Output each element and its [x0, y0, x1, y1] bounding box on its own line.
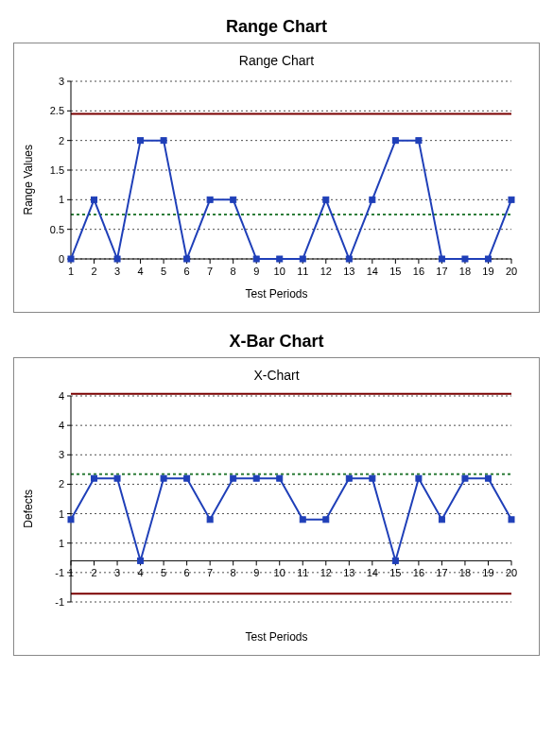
svg-rect-162 [253, 475, 259, 481]
svg-text:10: 10 [274, 266, 285, 277]
svg-text:18: 18 [459, 567, 471, 578]
svg-text:11: 11 [297, 266, 308, 277]
svg-rect-173 [509, 517, 514, 523]
svg-rect-155 [92, 475, 97, 481]
svg-text:1.5: 1.5 [50, 164, 64, 176]
svg-text:6: 6 [184, 266, 190, 277]
svg-text:12: 12 [320, 567, 332, 578]
svg-rect-67 [114, 256, 120, 262]
svg-text:1: 1 [59, 508, 64, 520]
svg-rect-76 [323, 197, 329, 202]
svg-text:0.5: 0.5 [50, 224, 64, 235]
svg-text:2: 2 [59, 135, 64, 146]
svg-text:5: 5 [161, 266, 166, 277]
svg-text:8: 8 [231, 567, 236, 578]
svg-text:4: 4 [59, 390, 64, 402]
range-chart-plot: 00.511.522.53123456789101112131415161718… [39, 76, 521, 284]
svg-text:7: 7 [207, 567, 213, 578]
svg-text:13: 13 [343, 567, 354, 578]
svg-rect-154 [68, 517, 74, 523]
xbar-chart-inner-title: X-Chart [22, 368, 531, 383]
svg-rect-73 [253, 256, 259, 262]
svg-text:14: 14 [367, 266, 378, 277]
svg-rect-66 [92, 197, 97, 202]
svg-text:2: 2 [91, 567, 96, 578]
range-chart-inner-title: Range Chart [22, 53, 531, 68]
svg-text:19: 19 [482, 567, 493, 578]
svg-rect-78 [370, 197, 375, 202]
svg-rect-166 [346, 475, 352, 481]
svg-rect-83 [485, 256, 491, 262]
svg-text:20: 20 [506, 567, 517, 578]
svg-rect-77 [346, 256, 352, 262]
svg-rect-168 [392, 558, 398, 563]
svg-rect-82 [462, 256, 468, 262]
svg-text:5: 5 [161, 567, 166, 578]
svg-rect-169 [416, 475, 422, 481]
svg-text:17: 17 [436, 567, 447, 578]
svg-text:3: 3 [59, 76, 64, 87]
svg-text:9: 9 [253, 567, 259, 578]
svg-text:9: 9 [253, 266, 259, 277]
svg-rect-84 [509, 197, 514, 202]
svg-rect-160 [207, 517, 213, 523]
range-chart-ylabel: Range Values [22, 145, 35, 215]
svg-text:2.5: 2.5 [50, 105, 64, 116]
svg-text:13: 13 [343, 266, 354, 277]
xbar-chart-plot: -1-1112344123456789101112131415161718192… [39, 390, 521, 627]
svg-text:6: 6 [184, 567, 190, 578]
svg-text:1: 1 [59, 194, 64, 205]
svg-text:4: 4 [138, 567, 144, 578]
range-chart-xlabel: Test Periods [22, 287, 531, 301]
svg-rect-70 [184, 256, 190, 262]
svg-rect-68 [138, 138, 144, 144]
svg-text:3: 3 [114, 567, 120, 578]
svg-rect-79 [392, 138, 398, 144]
svg-rect-71 [207, 197, 213, 202]
svg-text:15: 15 [389, 567, 401, 578]
svg-text:4: 4 [138, 266, 144, 277]
svg-text:-1: -1 [55, 596, 64, 608]
svg-text:2: 2 [59, 478, 64, 490]
svg-text:1: 1 [59, 538, 64, 549]
svg-text:16: 16 [413, 266, 424, 277]
svg-rect-81 [439, 256, 444, 262]
svg-rect-161 [231, 475, 236, 481]
svg-text:19: 19 [482, 266, 493, 277]
svg-rect-156 [114, 475, 120, 481]
svg-rect-167 [370, 475, 375, 481]
svg-text:3: 3 [114, 266, 120, 277]
svg-text:18: 18 [459, 266, 471, 277]
svg-text:2: 2 [91, 266, 96, 277]
svg-rect-157 [138, 558, 144, 563]
svg-rect-69 [161, 138, 166, 144]
range-chart-outer-title: Range Chart [8, 17, 545, 37]
svg-text:20: 20 [506, 266, 517, 277]
svg-rect-165 [323, 517, 329, 523]
svg-text:0: 0 [59, 253, 64, 265]
xbar-chart-box: X-Chart Defects -1-111234412345678910111… [13, 357, 540, 656]
svg-text:11: 11 [297, 567, 308, 578]
svg-rect-171 [462, 475, 468, 481]
svg-rect-164 [300, 517, 305, 523]
svg-text:17: 17 [436, 266, 447, 277]
svg-text:4: 4 [59, 420, 64, 431]
svg-text:1: 1 [68, 266, 74, 277]
svg-rect-74 [277, 256, 283, 262]
svg-text:3: 3 [59, 449, 64, 460]
xbar-chart-ylabel: Defects [22, 490, 35, 528]
svg-text:15: 15 [389, 266, 401, 277]
range-chart-box: Range Chart Range Values 00.511.522.5312… [13, 43, 540, 313]
svg-text:1: 1 [68, 567, 74, 578]
svg-text:-1: -1 [55, 567, 64, 578]
svg-rect-172 [485, 475, 491, 481]
xbar-chart-xlabel: Test Periods [22, 630, 531, 644]
svg-text:8: 8 [231, 266, 236, 277]
svg-rect-80 [416, 138, 422, 144]
svg-text:16: 16 [413, 567, 424, 578]
svg-rect-75 [300, 256, 305, 262]
svg-text:12: 12 [320, 266, 332, 277]
svg-text:10: 10 [274, 567, 285, 578]
svg-rect-158 [161, 475, 166, 481]
svg-rect-159 [184, 475, 190, 481]
